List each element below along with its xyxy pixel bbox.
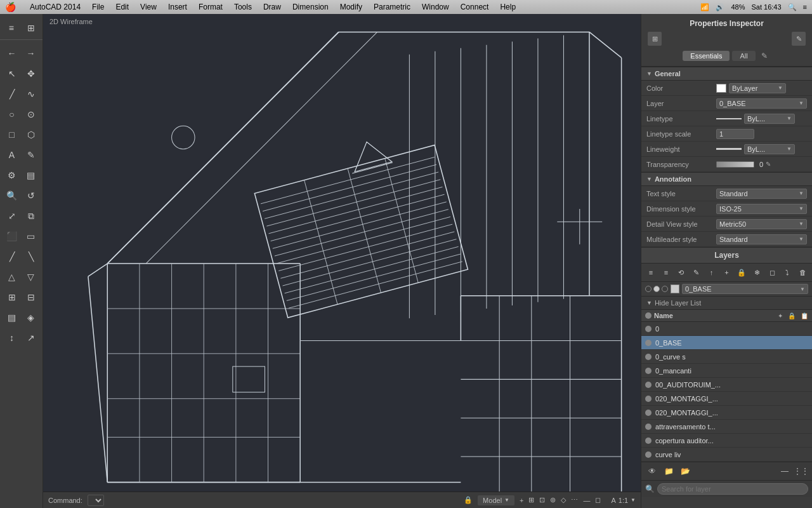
pi-icon-1[interactable]: ⊞ xyxy=(648,32,662,46)
general-section-header[interactable]: ▼ General xyxy=(641,67,812,81)
ortho-icon[interactable]: ⊡ xyxy=(539,496,545,504)
tool-rotate[interactable]: ↺ xyxy=(22,187,40,204)
layer-tool-restore[interactable]: ⟲ xyxy=(674,265,688,279)
tool-ellipse[interactable]: ⊙ xyxy=(22,105,40,123)
menu-view[interactable]: View xyxy=(140,3,157,11)
tool-text[interactable]: A xyxy=(3,146,21,164)
pi-icon-2[interactable]: ✎ xyxy=(792,32,806,46)
snap-icon[interactable]: + xyxy=(520,497,523,504)
annotation-section-header[interactable]: ▼ Annotation xyxy=(641,172,812,186)
layer-eye-icon[interactable]: 👁 xyxy=(645,464,659,478)
tool-group[interactable]: ⊟ xyxy=(22,288,40,306)
command-dropdown[interactable] xyxy=(88,495,104,506)
menu-autocad[interactable]: AutoCAD 2014 xyxy=(30,3,81,11)
layer-tool-unsaved[interactable]: ≡ xyxy=(659,265,673,279)
grid-icon[interactable]: ⊞ xyxy=(528,496,534,504)
tool-arc[interactable]: ∿ xyxy=(22,85,40,103)
layer-tool-up[interactable]: ↑ xyxy=(705,265,719,279)
cad-drawing[interactable] xyxy=(43,14,641,508)
otrack-icon[interactable]: ⋯ xyxy=(571,496,578,504)
canvas-area[interactable]: 2D Wireframe xyxy=(43,14,641,508)
menu-tools[interactable]: Tools xyxy=(234,3,252,11)
menu-help[interactable]: Help xyxy=(500,3,516,11)
layer-item-curveliv[interactable]: curve liv xyxy=(641,448,812,462)
tool-back[interactable]: ← xyxy=(3,44,21,62)
menu-insert[interactable]: Insert xyxy=(168,3,187,11)
layer-item-copertura[interactable]: copertura auditor... xyxy=(641,434,812,448)
toolbar-menu-btn[interactable]: ≡ xyxy=(3,19,20,37)
menu-file[interactable]: File xyxy=(92,3,104,11)
menu-modify[interactable]: Modify xyxy=(340,3,362,11)
notification-icon[interactable]: ≡ xyxy=(803,3,807,11)
layer-item-0mancanti[interactable]: 0_mancanti xyxy=(641,364,812,378)
layer-folder-icon[interactable]: 📁 xyxy=(662,464,676,478)
tool-rect[interactable]: □ xyxy=(3,126,21,144)
spotlight-icon[interactable]: 🔍 xyxy=(788,3,797,11)
detail-view-style-dropdown[interactable]: Metric50 xyxy=(716,219,807,229)
layer-tool-delete[interactable]: 🗑 xyxy=(796,265,809,279)
model-tab[interactable]: Model ▼ xyxy=(478,495,514,505)
tool-copy[interactable]: ⧉ xyxy=(22,207,40,225)
tool-chamfer[interactable]: ▽ xyxy=(22,268,40,286)
dim-style-dropdown[interactable]: ISO-25 xyxy=(716,204,807,214)
layer-tool-new[interactable]: + xyxy=(720,265,734,279)
tool-leader[interactable]: ↗ xyxy=(22,329,40,347)
tool-pan[interactable]: ✥ xyxy=(22,65,40,83)
tool-forward[interactable]: → xyxy=(22,44,40,62)
tool-mirror[interactable]: ⬛ xyxy=(3,227,21,245)
layer-tool-states[interactable]: ≡ xyxy=(644,265,658,279)
layer-tool-edit[interactable]: ✎ xyxy=(690,265,704,279)
tool-explode[interactable]: ⊞ xyxy=(3,288,21,306)
layer-name-dropdown[interactable]: 0_BASE xyxy=(682,284,808,294)
layer-minimize-icon[interactable]: — xyxy=(778,464,792,478)
layer-tool-merge[interactable]: ⤵ xyxy=(780,265,794,279)
layer-item-020mont2[interactable]: 020_MONTAGGI_... xyxy=(641,406,812,420)
layer-tool-lock[interactable]: 🔒 xyxy=(735,265,749,279)
linetype-dropdown[interactable]: ByL... xyxy=(744,114,795,124)
menu-parametric[interactable]: Parametric xyxy=(374,3,410,11)
tool-select[interactable]: ↖ xyxy=(3,65,21,83)
layer-tool-freeze[interactable]: ❄ xyxy=(750,265,764,279)
tool-gradient[interactable]: ▤ xyxy=(22,166,40,184)
multileader-style-dropdown[interactable]: Standard xyxy=(716,234,807,244)
layer-item-0curves[interactable]: 0_curve s xyxy=(641,350,812,364)
layer-item-attraversamento[interactable]: attraversamento t... xyxy=(641,420,812,434)
tool-fillet[interactable]: △ xyxy=(3,268,21,286)
layer-add-folder-icon[interactable]: 📂 xyxy=(678,464,692,478)
tab-all[interactable]: All xyxy=(732,51,755,61)
menu-draw[interactable]: Draw xyxy=(263,3,281,11)
layer-item-0base[interactable]: 0_BASE xyxy=(641,336,812,350)
hide-layer-list-toggle[interactable]: ▼ Hide Layer List xyxy=(641,297,812,310)
tool-dim[interactable]: ↕ xyxy=(3,329,21,347)
tool-zoom[interactable]: 🔍 xyxy=(3,187,21,204)
layer-item-00aud[interactable]: 00_AUDITORUIM_... xyxy=(641,378,812,392)
menu-format[interactable]: Format xyxy=(199,3,223,11)
tool-circle[interactable]: ○ xyxy=(3,105,21,123)
linetype-scale-input[interactable]: 1 xyxy=(716,129,754,139)
tool-trim[interactable]: ╱ xyxy=(3,248,21,265)
search-layer-input[interactable] xyxy=(657,483,808,495)
tool-polygon[interactable]: ⬡ xyxy=(22,126,40,144)
layer-item-0[interactable]: 0 xyxy=(641,322,812,336)
menu-dimension[interactable]: Dimension xyxy=(292,3,329,11)
apple-menu[interactable]: 🍎 xyxy=(5,2,16,12)
toolbar-settings-btn[interactable]: ⊞ xyxy=(23,19,41,37)
tool-hatch[interactable]: ⚙ xyxy=(3,166,21,184)
polar-icon[interactable]: ⊚ xyxy=(550,496,556,504)
transparency-icon[interactable]: ◻ xyxy=(595,496,601,504)
color-dropdown[interactable]: ByLayer xyxy=(729,83,786,93)
layer-prop-dropdown[interactable]: 0_BASE xyxy=(716,98,807,109)
lineweight-icon[interactable]: — xyxy=(583,497,590,504)
osnap-icon[interactable]: ◇ xyxy=(561,496,566,504)
menu-edit[interactable]: Edit xyxy=(115,3,129,11)
tool-mtext[interactable]: ✎ xyxy=(22,146,40,164)
tool-line[interactable]: ╱ xyxy=(3,85,21,103)
menu-connect[interactable]: Connect xyxy=(461,3,489,11)
transparency-edit-icon[interactable]: ✎ xyxy=(766,161,771,168)
text-style-dropdown[interactable]: Standard xyxy=(716,189,807,199)
lineweight-dropdown[interactable]: ByL... xyxy=(744,144,795,154)
edit-pencil-icon[interactable]: ✎ xyxy=(758,50,771,62)
layer-tool-vp-freeze[interactable]: ◻ xyxy=(765,265,779,279)
tool-move[interactable]: ⤢ xyxy=(3,207,21,225)
tool-offset[interactable]: ▭ xyxy=(22,227,40,245)
